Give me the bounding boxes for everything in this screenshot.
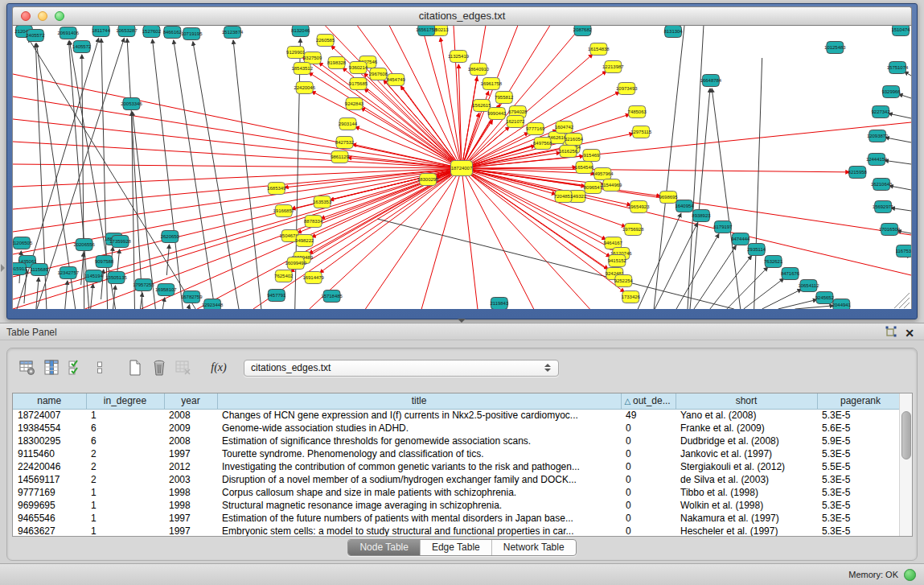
graph-node[interactable]: 7204851 xyxy=(554,191,573,203)
graph-node[interactable]: 16958107 xyxy=(155,284,177,296)
tab-node-table[interactable]: Node Table xyxy=(348,540,420,555)
tab-network-table[interactable]: Network Table xyxy=(491,540,576,555)
graph-node[interactable]: 16782759 xyxy=(181,291,203,303)
table-row[interactable]: 1830029562008Estimation of significance … xyxy=(13,435,899,447)
graph-node[interactable]: 16914479 xyxy=(302,272,324,284)
graph-node[interactable]: 9474444 xyxy=(731,233,750,245)
graph-node[interactable]: 7625402 xyxy=(274,270,294,282)
table-row[interactable]: 969969511998Structural magnetic resonanc… xyxy=(13,499,899,512)
graph-node[interactable]: 915469 xyxy=(583,150,600,162)
graph-node[interactable]: 9175685 xyxy=(349,78,368,90)
graph-node[interactable]: 17359928 xyxy=(109,236,131,248)
graph-node[interactable]: 2087682 xyxy=(573,26,593,36)
graph-node[interactable]: 9360214 xyxy=(349,62,368,74)
table-row[interactable]: 911546021997Tourette syndrome. Phenomeno… xyxy=(13,447,899,460)
graph-node[interactable]: 7955812 xyxy=(495,92,514,104)
network-canvas-svg[interactable]: 1872400711325419186409101696175879558121… xyxy=(13,26,911,309)
graph-node[interactable]: 2620650 xyxy=(161,231,180,243)
graph-node[interactable]: 2967608 xyxy=(369,68,388,80)
table-row[interactable]: 1938455462009Genome-wide association stu… xyxy=(13,422,899,435)
graph-node[interactable]: 9329966 xyxy=(881,86,901,98)
create-table-icon[interactable] xyxy=(123,356,147,379)
table-row[interactable]: 946554611997Estimation of the future num… xyxy=(13,512,899,525)
column-header-out-de-[interactable]: △ out_de... xyxy=(621,393,676,409)
table-row[interactable]: 2242004622012Investigating the contribut… xyxy=(13,460,899,473)
graph-node[interactable]: 8198328 xyxy=(327,57,347,69)
graph-node[interactable]: 20206556 xyxy=(73,239,95,251)
graph-node[interactable]: 9415152 xyxy=(608,255,627,267)
network-view-window[interactable]: citations_edges.txt 18724007113254191864… xyxy=(6,3,918,319)
graph-node[interactable]: 1405572 xyxy=(72,41,92,53)
graph-node[interactable]: 6179197 xyxy=(713,221,733,233)
graph-node[interactable]: 9097588 xyxy=(95,256,114,268)
graph-node[interactable]: 2044941 xyxy=(832,299,852,310)
graph-node[interactable]: 16210643 xyxy=(871,179,893,191)
graph-node[interactable]: 19654923 xyxy=(628,201,650,213)
graph-node[interactable]: 12213987 xyxy=(602,61,624,73)
graph-node[interactable]: 18300295 xyxy=(417,174,439,186)
graph-node[interactable]: 8466162 xyxy=(163,27,183,39)
column-header-pagerank[interactable]: pagerank xyxy=(817,393,899,409)
graph-node[interactable]: 9498222 xyxy=(295,235,314,247)
delete-selected-icon[interactable] xyxy=(147,356,171,379)
graph-node[interactable]: 1685349 xyxy=(267,183,286,195)
west-panel-collapse-handle[interactable] xyxy=(1,264,5,272)
graph-node[interactable]: 9252254 xyxy=(614,275,634,287)
graph-node[interactable]: 10654112 xyxy=(798,280,819,292)
graph-node[interactable]: 1640954 xyxy=(675,200,694,212)
graph-node[interactable]: 18640910 xyxy=(468,64,490,76)
graph-node[interactable]: 15751074 xyxy=(887,62,909,74)
column-header-short[interactable]: short xyxy=(676,393,817,409)
tab-edge-table[interactable]: Edge Table xyxy=(420,540,491,555)
graph-node[interactable]: 20691406 xyxy=(57,27,79,39)
column-header-year[interactable]: year xyxy=(164,393,217,409)
scrollbar-thumb[interactable] xyxy=(901,411,911,459)
graph-node[interactable]: 11325419 xyxy=(448,51,470,63)
network-canvas[interactable]: 1872400711325419186409101696175879558121… xyxy=(12,26,912,309)
table-selector-combobox[interactable]: citations_edges.txt xyxy=(244,360,559,377)
graph-node[interactable]: 1167532 xyxy=(896,245,911,257)
graph-node[interactable]: 1145194 xyxy=(84,270,103,282)
column-header-in-degree[interactable]: in_degree xyxy=(86,393,164,409)
graph-node[interactable]: 16961758 xyxy=(481,78,503,90)
graph-node[interactable]: 16561758 xyxy=(416,26,437,36)
graph-node[interactable]: 19166857 xyxy=(273,205,295,217)
graph-node[interactable]: 8215958 xyxy=(848,167,868,179)
graph-node[interactable]: 8471676 xyxy=(781,268,800,280)
graph-node[interactable]: 10973493 xyxy=(616,83,638,95)
close-panel-icon[interactable]: ✕ xyxy=(905,328,914,339)
graph-node[interactable]: 15718485 xyxy=(321,290,343,303)
row-options-icon[interactable] xyxy=(88,356,112,379)
graph-node[interactable]: 9242843 xyxy=(345,98,364,110)
graph-node[interactable]: 18543512 xyxy=(291,63,313,75)
graph-node[interactable]: 1527602 xyxy=(142,26,162,38)
graph-node[interactable]: 17016504 xyxy=(879,224,901,236)
graph-node[interactable]: 12923448 xyxy=(202,299,224,310)
graph-node[interactable]: 1733426 xyxy=(622,291,641,303)
graph-node[interactable]: 2405572 xyxy=(26,30,45,42)
graph-node[interactable]: 12093872 xyxy=(867,130,889,142)
table-row[interactable]: 946362711997Embryonic stem cells: a mode… xyxy=(13,525,899,536)
column-header-name[interactable]: name xyxy=(13,393,86,409)
graph-node[interactable]: 7632621 xyxy=(764,256,783,268)
graph-node[interactable]: 17957253 xyxy=(133,279,154,291)
float-panel-icon[interactable] xyxy=(885,326,897,340)
graph-node[interactable]: 10719195 xyxy=(181,28,203,40)
graph-node[interactable]: 1510474 xyxy=(891,26,910,36)
graph-node[interactable]: 1811744 xyxy=(92,26,110,37)
graph-node[interactable]: 15123874 xyxy=(222,27,244,39)
graph-node[interactable]: 8131304 xyxy=(663,26,683,38)
graph-node[interactable]: 2903144 xyxy=(339,118,358,130)
graph-node[interactable]: 21206505 xyxy=(13,237,33,249)
graph-node[interactable]: 8427532 xyxy=(335,137,355,149)
table-row[interactable]: 977716911998Corpus callosum shape and si… xyxy=(13,486,899,499)
delete-table-icon-disabled[interactable] xyxy=(171,356,195,379)
graph-node[interactable]: 3915913 xyxy=(13,263,27,275)
graph-node[interactable]: 9227342 xyxy=(872,106,891,118)
table-vertical-scrollbar[interactable] xyxy=(899,393,912,536)
graph-node[interactable]: 9861129 xyxy=(331,151,349,163)
graph-node[interactable]: 12975115 xyxy=(630,126,652,138)
graph-hub-node[interactable]: 18724007 xyxy=(451,161,473,176)
graph-node[interactable]: 22420046 xyxy=(294,82,315,94)
graph-node[interactable]: 2119843 xyxy=(490,298,508,310)
